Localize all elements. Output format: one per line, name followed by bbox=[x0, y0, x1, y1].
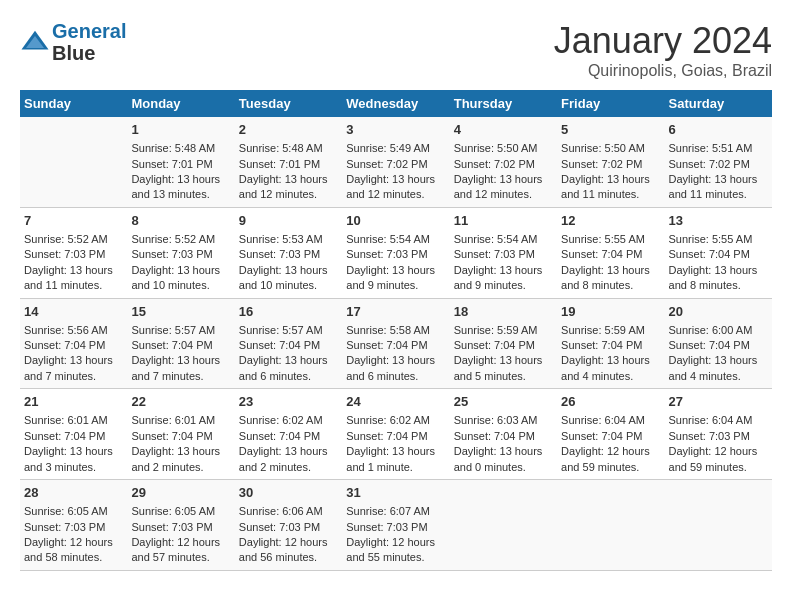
day-info: Sunrise: 5:59 AM Sunset: 7:04 PM Dayligh… bbox=[561, 323, 660, 385]
weekday-header-monday: Monday bbox=[127, 90, 234, 117]
day-number: 18 bbox=[454, 303, 553, 321]
weekday-header-thursday: Thursday bbox=[450, 90, 557, 117]
day-info: Sunrise: 5:50 AM Sunset: 7:02 PM Dayligh… bbox=[454, 141, 553, 203]
calendar-cell: 11Sunrise: 5:54 AM Sunset: 7:03 PM Dayli… bbox=[450, 207, 557, 298]
logo: General Blue bbox=[20, 20, 126, 64]
calendar-cell: 5Sunrise: 5:50 AM Sunset: 7:02 PM Daylig… bbox=[557, 117, 664, 207]
weekday-header-tuesday: Tuesday bbox=[235, 90, 342, 117]
calendar-cell: 30Sunrise: 6:06 AM Sunset: 7:03 PM Dayli… bbox=[235, 480, 342, 571]
day-number: 23 bbox=[239, 393, 338, 411]
day-info: Sunrise: 6:00 AM Sunset: 7:04 PM Dayligh… bbox=[669, 323, 768, 385]
day-number: 28 bbox=[24, 484, 123, 502]
day-info: Sunrise: 5:49 AM Sunset: 7:02 PM Dayligh… bbox=[346, 141, 445, 203]
day-info: Sunrise: 5:51 AM Sunset: 7:02 PM Dayligh… bbox=[669, 141, 768, 203]
calendar-cell bbox=[450, 480, 557, 571]
day-info: Sunrise: 6:01 AM Sunset: 7:04 PM Dayligh… bbox=[24, 413, 123, 475]
day-number: 3 bbox=[346, 121, 445, 139]
day-number: 25 bbox=[454, 393, 553, 411]
calendar-cell: 8Sunrise: 5:52 AM Sunset: 7:03 PM Daylig… bbox=[127, 207, 234, 298]
calendar-cell: 10Sunrise: 5:54 AM Sunset: 7:03 PM Dayli… bbox=[342, 207, 449, 298]
week-row-2: 7Sunrise: 5:52 AM Sunset: 7:03 PM Daylig… bbox=[20, 207, 772, 298]
calendar-cell: 28Sunrise: 6:05 AM Sunset: 7:03 PM Dayli… bbox=[20, 480, 127, 571]
day-info: Sunrise: 6:05 AM Sunset: 7:03 PM Dayligh… bbox=[131, 504, 230, 566]
calendar-cell: 19Sunrise: 5:59 AM Sunset: 7:04 PM Dayli… bbox=[557, 298, 664, 389]
weekday-header-row: SundayMondayTuesdayWednesdayThursdayFrid… bbox=[20, 90, 772, 117]
day-number: 4 bbox=[454, 121, 553, 139]
calendar-cell bbox=[665, 480, 772, 571]
day-number: 21 bbox=[24, 393, 123, 411]
day-info: Sunrise: 5:54 AM Sunset: 7:03 PM Dayligh… bbox=[346, 232, 445, 294]
day-number: 14 bbox=[24, 303, 123, 321]
calendar-cell: 16Sunrise: 5:57 AM Sunset: 7:04 PM Dayli… bbox=[235, 298, 342, 389]
day-number: 16 bbox=[239, 303, 338, 321]
day-number: 6 bbox=[669, 121, 768, 139]
calendar-cell: 2Sunrise: 5:48 AM Sunset: 7:01 PM Daylig… bbox=[235, 117, 342, 207]
day-number: 1 bbox=[131, 121, 230, 139]
day-number: 2 bbox=[239, 121, 338, 139]
week-row-1: 1Sunrise: 5:48 AM Sunset: 7:01 PM Daylig… bbox=[20, 117, 772, 207]
day-info: Sunrise: 5:48 AM Sunset: 7:01 PM Dayligh… bbox=[239, 141, 338, 203]
day-number: 31 bbox=[346, 484, 445, 502]
logo-text: General Blue bbox=[52, 20, 126, 64]
day-info: Sunrise: 6:04 AM Sunset: 7:04 PM Dayligh… bbox=[561, 413, 660, 475]
day-number: 15 bbox=[131, 303, 230, 321]
calendar-cell: 24Sunrise: 6:02 AM Sunset: 7:04 PM Dayli… bbox=[342, 389, 449, 480]
day-info: Sunrise: 5:48 AM Sunset: 7:01 PM Dayligh… bbox=[131, 141, 230, 203]
calendar-cell: 4Sunrise: 5:50 AM Sunset: 7:02 PM Daylig… bbox=[450, 117, 557, 207]
day-number: 30 bbox=[239, 484, 338, 502]
day-info: Sunrise: 6:07 AM Sunset: 7:03 PM Dayligh… bbox=[346, 504, 445, 566]
day-number: 17 bbox=[346, 303, 445, 321]
day-number: 24 bbox=[346, 393, 445, 411]
day-info: Sunrise: 5:54 AM Sunset: 7:03 PM Dayligh… bbox=[454, 232, 553, 294]
calendar-cell bbox=[557, 480, 664, 571]
day-info: Sunrise: 5:56 AM Sunset: 7:04 PM Dayligh… bbox=[24, 323, 123, 385]
day-info: Sunrise: 6:04 AM Sunset: 7:03 PM Dayligh… bbox=[669, 413, 768, 475]
weekday-header-sunday: Sunday bbox=[20, 90, 127, 117]
weekday-header-saturday: Saturday bbox=[665, 90, 772, 117]
calendar-cell: 22Sunrise: 6:01 AM Sunset: 7:04 PM Dayli… bbox=[127, 389, 234, 480]
day-number: 8 bbox=[131, 212, 230, 230]
weekday-header-friday: Friday bbox=[557, 90, 664, 117]
logo-line1: General bbox=[52, 20, 126, 42]
day-number: 20 bbox=[669, 303, 768, 321]
logo-icon bbox=[20, 27, 50, 57]
calendar-cell: 26Sunrise: 6:04 AM Sunset: 7:04 PM Dayli… bbox=[557, 389, 664, 480]
calendar-cell: 12Sunrise: 5:55 AM Sunset: 7:04 PM Dayli… bbox=[557, 207, 664, 298]
day-info: Sunrise: 6:03 AM Sunset: 7:04 PM Dayligh… bbox=[454, 413, 553, 475]
week-row-5: 28Sunrise: 6:05 AM Sunset: 7:03 PM Dayli… bbox=[20, 480, 772, 571]
location: Quirinopolis, Goias, Brazil bbox=[554, 62, 772, 80]
day-number: 10 bbox=[346, 212, 445, 230]
calendar-cell: 3Sunrise: 5:49 AM Sunset: 7:02 PM Daylig… bbox=[342, 117, 449, 207]
day-number: 22 bbox=[131, 393, 230, 411]
day-info: Sunrise: 5:50 AM Sunset: 7:02 PM Dayligh… bbox=[561, 141, 660, 203]
day-info: Sunrise: 6:02 AM Sunset: 7:04 PM Dayligh… bbox=[346, 413, 445, 475]
page-header: General Blue January 2024 Quirinopolis, … bbox=[20, 20, 772, 80]
calendar-cell: 15Sunrise: 5:57 AM Sunset: 7:04 PM Dayli… bbox=[127, 298, 234, 389]
day-number: 19 bbox=[561, 303, 660, 321]
day-number: 29 bbox=[131, 484, 230, 502]
calendar-cell bbox=[20, 117, 127, 207]
day-info: Sunrise: 6:02 AM Sunset: 7:04 PM Dayligh… bbox=[239, 413, 338, 475]
calendar-cell: 9Sunrise: 5:53 AM Sunset: 7:03 PM Daylig… bbox=[235, 207, 342, 298]
calendar-cell: 18Sunrise: 5:59 AM Sunset: 7:04 PM Dayli… bbox=[450, 298, 557, 389]
calendar-cell: 13Sunrise: 5:55 AM Sunset: 7:04 PM Dayli… bbox=[665, 207, 772, 298]
calendar-cell: 31Sunrise: 6:07 AM Sunset: 7:03 PM Dayli… bbox=[342, 480, 449, 571]
day-info: Sunrise: 5:53 AM Sunset: 7:03 PM Dayligh… bbox=[239, 232, 338, 294]
day-info: Sunrise: 5:57 AM Sunset: 7:04 PM Dayligh… bbox=[239, 323, 338, 385]
weekday-header-wednesday: Wednesday bbox=[342, 90, 449, 117]
day-info: Sunrise: 6:06 AM Sunset: 7:03 PM Dayligh… bbox=[239, 504, 338, 566]
week-row-3: 14Sunrise: 5:56 AM Sunset: 7:04 PM Dayli… bbox=[20, 298, 772, 389]
logo-line2: Blue bbox=[52, 42, 126, 64]
day-number: 11 bbox=[454, 212, 553, 230]
week-row-4: 21Sunrise: 6:01 AM Sunset: 7:04 PM Dayli… bbox=[20, 389, 772, 480]
day-info: Sunrise: 5:55 AM Sunset: 7:04 PM Dayligh… bbox=[669, 232, 768, 294]
calendar-cell: 29Sunrise: 6:05 AM Sunset: 7:03 PM Dayli… bbox=[127, 480, 234, 571]
calendar-cell: 6Sunrise: 5:51 AM Sunset: 7:02 PM Daylig… bbox=[665, 117, 772, 207]
day-info: Sunrise: 5:59 AM Sunset: 7:04 PM Dayligh… bbox=[454, 323, 553, 385]
day-info: Sunrise: 6:05 AM Sunset: 7:03 PM Dayligh… bbox=[24, 504, 123, 566]
calendar-cell: 1Sunrise: 5:48 AM Sunset: 7:01 PM Daylig… bbox=[127, 117, 234, 207]
day-number: 27 bbox=[669, 393, 768, 411]
day-info: Sunrise: 5:58 AM Sunset: 7:04 PM Dayligh… bbox=[346, 323, 445, 385]
calendar-cell: 21Sunrise: 6:01 AM Sunset: 7:04 PM Dayli… bbox=[20, 389, 127, 480]
day-info: Sunrise: 5:57 AM Sunset: 7:04 PM Dayligh… bbox=[131, 323, 230, 385]
